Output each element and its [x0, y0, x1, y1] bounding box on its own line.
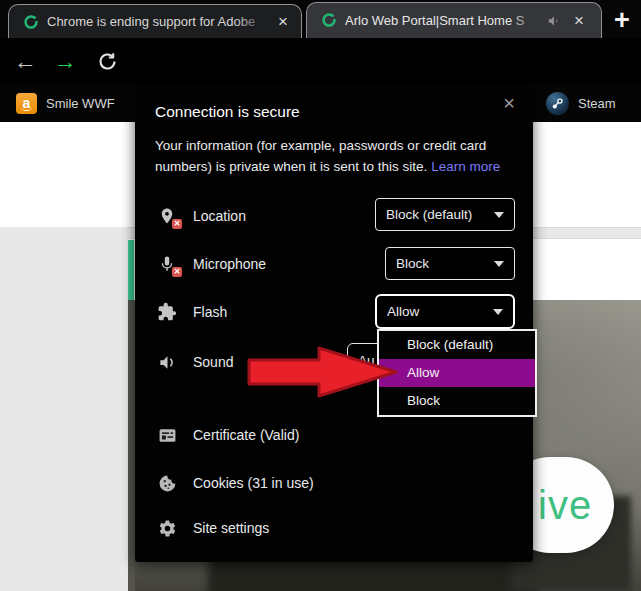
- chevron-down-icon: [494, 212, 504, 218]
- speaker-icon: [155, 353, 179, 372]
- microphone-permission-select[interactable]: Block: [385, 247, 515, 280]
- arlo-favicon-icon: [321, 12, 337, 28]
- forward-button[interactable]: →: [48, 38, 82, 84]
- tab-audio-icon[interactable]: [547, 14, 561, 32]
- site-info-popup: × Connection is secure Your information …: [135, 83, 533, 562]
- select-value: Allow: [387, 304, 419, 319]
- select-value: Block: [396, 256, 429, 271]
- cookies-row[interactable]: Cookies (31 in use): [155, 466, 314, 500]
- cookie-icon: [155, 474, 179, 493]
- selected-camera-accent-bar: [128, 240, 134, 300]
- permission-label: Sound: [193, 354, 233, 370]
- red-arrow-annotation: [247, 345, 399, 403]
- tab-close-icon[interactable]: ×: [567, 3, 591, 38]
- amazon-smile-icon: a: [16, 93, 37, 114]
- bookmark-steam[interactable]: Steam: [546, 84, 616, 122]
- permission-row-flash: Flash: [155, 295, 227, 329]
- new-tab-button[interactable]: +: [604, 4, 640, 36]
- navigation-toolbar: ← → my.arlo.com/#/cameras: [0, 38, 641, 84]
- flash-permission-select[interactable]: Allow: [375, 294, 515, 329]
- tab-arlo-portal[interactable]: Arlo Web Portal|Smart Home S ×: [306, 2, 602, 38]
- popup-close-icon[interactable]: ×: [497, 91, 521, 115]
- popup-description: Your information (for example, passwords…: [155, 135, 515, 177]
- flash-permission-menu: Block (default) Allow Block: [377, 329, 537, 417]
- bookmark-smile-wwf[interactable]: a Smile WWF: [16, 84, 115, 122]
- microphone-blocked-icon: ✕: [155, 254, 179, 274]
- camera-left-edge: [128, 300, 135, 591]
- footer-label: Cookies (31 in use): [193, 475, 314, 491]
- chevron-down-icon: [494, 261, 504, 267]
- location-pin-blocked-icon: ✕: [155, 206, 179, 226]
- tab-strip: Chrome is ending support for Adobe × Arl…: [0, 0, 641, 38]
- tab-close-icon[interactable]: ×: [271, 5, 295, 38]
- popup-title: Connection is secure: [155, 103, 300, 121]
- permission-label: Flash: [193, 304, 227, 320]
- tab-adobe-support[interactable]: Chrome is ending support for Adobe ×: [8, 4, 302, 38]
- permission-label: Location: [193, 208, 246, 224]
- learn-more-link[interactable]: Learn more: [431, 159, 500, 174]
- blocked-badge-icon: ✕: [172, 267, 182, 277]
- permission-row-sound: Sound: [155, 345, 233, 379]
- permission-row-location: ✕ Location: [155, 199, 246, 233]
- bookmark-label: Steam: [578, 96, 616, 111]
- chevron-down-icon: [493, 309, 503, 315]
- puzzle-piece-icon: [155, 302, 179, 322]
- arlo-favicon-icon: [23, 14, 39, 30]
- menu-option-allow[interactable]: Allow: [379, 359, 535, 387]
- site-settings-row[interactable]: Site settings: [155, 511, 269, 545]
- certificate-icon: [155, 426, 179, 445]
- permission-label: Microphone: [193, 256, 266, 272]
- certificate-row[interactable]: Certificate (Valid): [155, 418, 299, 452]
- browser-window: Chrome is ending support for Adobe × Arl…: [0, 0, 641, 591]
- footer-label: Certificate (Valid): [193, 427, 299, 443]
- blocked-badge-icon: ✕: [172, 219, 182, 229]
- permission-row-microphone: ✕ Microphone: [155, 247, 266, 281]
- back-button[interactable]: ←: [8, 38, 42, 84]
- reload-button[interactable]: [90, 38, 124, 84]
- page-side-panel: [0, 227, 128, 591]
- footer-label: Site settings: [193, 520, 269, 536]
- select-value: Block (default): [386, 207, 472, 222]
- gear-icon: [155, 519, 179, 538]
- menu-option-block-default[interactable]: Block (default): [379, 331, 535, 359]
- steam-icon: [546, 92, 569, 115]
- tab-title-fade: [235, 6, 269, 37]
- location-permission-select[interactable]: Block (default): [375, 198, 515, 231]
- menu-option-block[interactable]: Block: [379, 387, 535, 415]
- bookmark-label: Smile WWF: [46, 96, 115, 111]
- tab-title-fade: [509, 4, 543, 37]
